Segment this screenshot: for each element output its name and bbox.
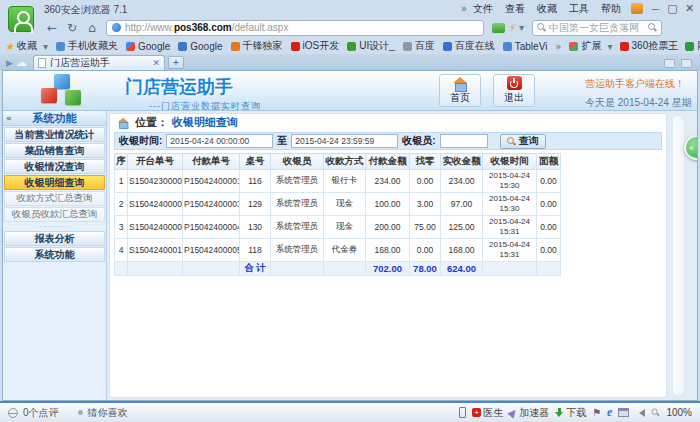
- restore-button[interactable]: [664, 2, 681, 15]
- sidebar-item-dish-sales[interactable]: 菜品销售查询: [4, 143, 105, 158]
- sidebar-item-business-overview[interactable]: 当前营业情况统计: [4, 127, 105, 142]
- bank-icon: [685, 42, 694, 51]
- floating-service-button[interactable]: [684, 135, 698, 160]
- menu-file[interactable]: 文件: [467, 2, 499, 16]
- cloud-sync-icon[interactable]: [16, 56, 27, 69]
- tab-close-icon[interactable]: [152, 58, 160, 68]
- reopen-tab-icon[interactable]: [681, 59, 692, 68]
- lightning-icon[interactable]: [509, 22, 516, 33]
- ie-compat-icon[interactable]: [607, 405, 612, 420]
- sidebar-item-cashier-overview[interactable]: 收银情况查询: [4, 159, 105, 174]
- ip-badge-icon[interactable]: [492, 23, 505, 33]
- cashier-detail-table: 序 开台单号 付款单号 桌号 收银员 收款方式 付款金额 找零 实收金额 收银时…: [114, 153, 561, 276]
- session-restore-icon[interactable]: [6, 58, 13, 68]
- sidebar-item-system[interactable]: 系统功能: [4, 247, 105, 262]
- app-home-button[interactable]: 首页: [439, 74, 481, 107]
- extensions-button[interactable]: 扩展: [569, 39, 612, 53]
- table-row[interactable]: 3 S15042400003 P15042400004 130 系统管理员 现金…: [115, 216, 561, 239]
- download-button[interactable]: 下载: [555, 406, 586, 420]
- minimize-button[interactable]: [647, 2, 664, 15]
- table-header-row: 序 开台单号 付款单号 桌号 收银员 收款方式 付款金额 找零 实收金额 收银时…: [115, 154, 561, 170]
- titlebar: 360安全浏览器 7.1 文件 查看 收藏 工具 帮助: [0, 0, 700, 17]
- site-icon: [403, 42, 412, 51]
- status-bar: 0个点评 猜你喜欢 医生 加速器 下载 100%: [0, 401, 700, 422]
- url-domain: pos368.com: [174, 22, 232, 33]
- exit-label: 退出: [504, 91, 524, 105]
- table-row[interactable]: 2 S15042400002 P15042400003 129 系统管理员 现金…: [115, 193, 561, 216]
- menu-help[interactable]: 帮助: [595, 2, 627, 16]
- speaker-icon[interactable]: [635, 409, 645, 417]
- sidebar-item-cashier-summary[interactable]: 收银员收款汇总查询: [4, 207, 105, 222]
- bookmark-google-2[interactable]: Google: [178, 41, 222, 52]
- menu-favorites[interactable]: 收藏: [531, 2, 563, 16]
- total-change: 78.00: [410, 262, 441, 276]
- close-button[interactable]: [681, 2, 698, 15]
- bookmark-ios-dev[interactable]: iOS开发: [291, 39, 340, 53]
- search-go-button[interactable]: [648, 23, 657, 32]
- window-icon[interactable]: [618, 408, 629, 417]
- user-avatar[interactable]: [8, 6, 34, 32]
- sidebar-header-label: 系统功能: [33, 111, 77, 126]
- bookmarks-overflow-icon[interactable]: [555, 41, 561, 52]
- online-banking-button[interactable]: 网银: [685, 39, 700, 53]
- statusbar-right: 医生 加速器 下载 100%: [459, 405, 692, 420]
- time-from-input[interactable]: [166, 134, 273, 148]
- filter-bar: 收银时间: 至 收银员: 查询: [114, 132, 662, 150]
- total-received: 624.00: [441, 262, 483, 276]
- sidebar-item-payment-summary[interactable]: 收款方式汇总查询: [4, 191, 105, 206]
- app-exit-button[interactable]: 退出: [493, 74, 535, 107]
- sidebar-item-report-analysis[interactable]: 报表分析: [4, 231, 105, 246]
- search-box[interactable]: 中国第一女巨贪落网: [532, 20, 662, 36]
- bookmark-favorites[interactable]: 收藏: [5, 39, 48, 53]
- table-row[interactable]: 4 S15042400018 P15042400005 118 系统管理员 代金…: [115, 239, 561, 262]
- refresh-button[interactable]: ↻: [62, 21, 82, 35]
- total-label: 合 计: [240, 262, 271, 276]
- flag-icon[interactable]: [592, 407, 601, 418]
- web-page: 门店营运助手 ---门店营业数据实时查询 首页 退出 营运助手客户端在线！ 今天…: [2, 70, 698, 401]
- site-icon: [503, 42, 512, 51]
- phone-mode-icon[interactable]: [459, 407, 466, 418]
- reviews-count[interactable]: 0个点评: [23, 406, 59, 420]
- bookmark-ui-design[interactable]: UI设计_: [347, 39, 395, 53]
- chevron-down-icon: [43, 41, 48, 52]
- menu-tools[interactable]: 工具: [563, 2, 595, 16]
- app-header: 门店营运助手 ---门店营业数据实时查询 首页 退出 营运助手客户端在线！ 今天…: [3, 71, 697, 111]
- media-icon[interactable]: [664, 59, 675, 68]
- chevron-down-icon[interactable]: [519, 22, 524, 33]
- booster-button[interactable]: 加速器: [509, 406, 549, 420]
- bookmark-mobile-favorites[interactable]: 手机收藏夹: [56, 39, 118, 53]
- bookmark-baidu[interactable]: 百度: [403, 39, 435, 53]
- zoom-level[interactable]: 100%: [666, 407, 692, 418]
- total-amount: 702.00: [366, 262, 410, 276]
- table-row[interactable]: 1 S15042300001 P15042400001 116 系统管理员 银行…: [115, 170, 561, 193]
- zoom-icon[interactable]: [652, 408, 660, 416]
- sidebar-header[interactable]: 系统功能: [3, 111, 106, 126]
- bookmark-baidu-online[interactable]: 百度在线: [443, 39, 495, 53]
- recommend-link[interactable]: 猜你喜欢: [88, 406, 128, 420]
- bookmark-tablevi[interactable]: TableVi: [503, 41, 548, 52]
- sidebar-item-cashier-detail[interactable]: 收银明细查询: [4, 175, 105, 190]
- reviews-icon[interactable]: [8, 408, 18, 418]
- scrollbar-track[interactable]: [672, 115, 685, 396]
- address-bar[interactable]: http://www.pos368.com/default.aspx: [106, 20, 484, 36]
- col-pay-no: 付款单号: [183, 154, 240, 170]
- search-text: 中国第一女巨贪落网: [549, 21, 648, 35]
- collapse-icon[interactable]: [6, 113, 12, 123]
- tab-store-assistant[interactable]: 门店营运助手: [33, 55, 165, 70]
- browser-window: 360安全浏览器 7.1 文件 查看 收藏 工具 帮助 ← ↻ ⌂ http:/…: [0, 0, 700, 422]
- ticket-grabber-button[interactable]: 360抢票王: [620, 39, 679, 53]
- menu-view[interactable]: 查看: [499, 2, 531, 16]
- toolbar-right: 扩展 360抢票王 网银 翻译 截图 游戏: [569, 39, 700, 53]
- to-label: 至: [277, 134, 287, 148]
- back-button[interactable]: ←: [42, 21, 62, 35]
- time-to-input[interactable]: [291, 134, 398, 148]
- sidebar: 系统功能 当前营业情况统计 菜品销售查询 收银情况查询 收银明细查询 收款方式汇…: [3, 111, 107, 400]
- home-button[interactable]: ⌂: [82, 21, 102, 35]
- bookmark-qianfeng[interactable]: 千锋独家: [231, 39, 283, 53]
- query-button[interactable]: 查询: [500, 134, 546, 149]
- bookmark-google-1[interactable]: Google: [126, 41, 170, 52]
- promo-icon[interactable]: [631, 3, 643, 14]
- cashier-input[interactable]: [440, 134, 488, 148]
- new-tab-button[interactable]: [168, 56, 184, 69]
- doctor-button[interactable]: 医生: [472, 406, 503, 420]
